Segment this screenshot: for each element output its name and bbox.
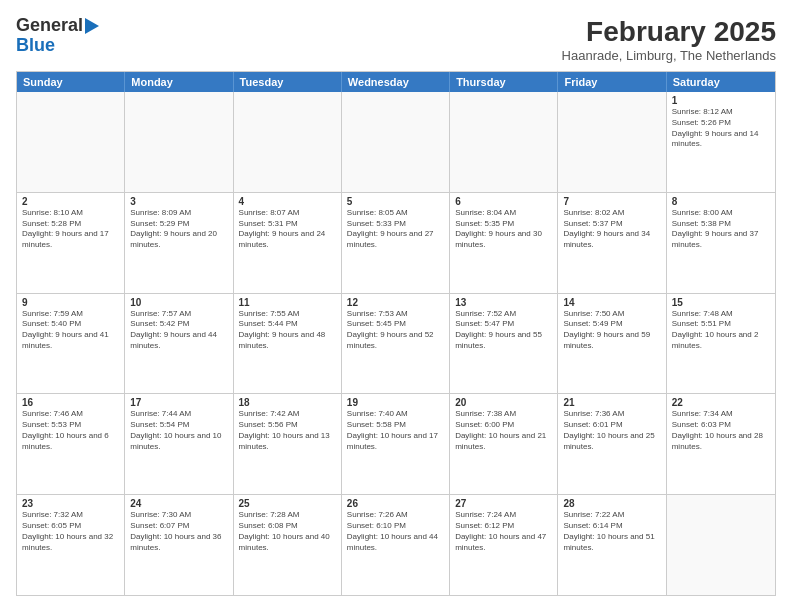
day-number: 11 [239,297,336,308]
day-info: Sunrise: 7:57 AMSunset: 5:42 PMDaylight:… [130,309,227,352]
day-info: Sunrise: 8:05 AMSunset: 5:33 PMDaylight:… [347,208,444,251]
calendar-cell-r2-c5: 14Sunrise: 7:50 AMSunset: 5:49 PMDayligh… [558,294,666,394]
day-number: 5 [347,196,444,207]
day-number: 19 [347,397,444,408]
logo-arrow-icon [85,18,99,34]
day-info: Sunrise: 8:09 AMSunset: 5:29 PMDaylight:… [130,208,227,251]
calendar-cell-r0-c6: 1Sunrise: 8:12 AMSunset: 5:26 PMDaylight… [667,92,775,192]
calendar-cell-r3-c5: 21Sunrise: 7:36 AMSunset: 6:01 PMDayligh… [558,394,666,494]
day-info: Sunrise: 7:32 AMSunset: 6:05 PMDaylight:… [22,510,119,553]
day-info: Sunrise: 7:34 AMSunset: 6:03 PMDaylight:… [672,409,770,452]
day-number: 22 [672,397,770,408]
calendar-row-3: 16Sunrise: 7:46 AMSunset: 5:53 PMDayligh… [17,393,775,494]
day-number: 6 [455,196,552,207]
day-number: 24 [130,498,227,509]
calendar-cell-r1-c0: 2Sunrise: 8:10 AMSunset: 5:28 PMDaylight… [17,193,125,293]
day-info: Sunrise: 8:00 AMSunset: 5:38 PMDaylight:… [672,208,770,251]
calendar-cell-r0-c2 [234,92,342,192]
header-saturday: Saturday [667,72,775,92]
day-info: Sunrise: 7:50 AMSunset: 5:49 PMDaylight:… [563,309,660,352]
calendar-cell-r4-c5: 28Sunrise: 7:22 AMSunset: 6:14 PMDayligh… [558,495,666,595]
day-number: 9 [22,297,119,308]
calendar-cell-r0-c4 [450,92,558,192]
calendar-row-2: 9Sunrise: 7:59 AMSunset: 5:40 PMDaylight… [17,293,775,394]
day-info: Sunrise: 7:30 AMSunset: 6:07 PMDaylight:… [130,510,227,553]
day-number: 8 [672,196,770,207]
day-info: Sunrise: 8:07 AMSunset: 5:31 PMDaylight:… [239,208,336,251]
calendar-cell-r4-c1: 24Sunrise: 7:30 AMSunset: 6:07 PMDayligh… [125,495,233,595]
day-info: Sunrise: 7:28 AMSunset: 6:08 PMDaylight:… [239,510,336,553]
day-number: 14 [563,297,660,308]
calendar-cell-r0-c0 [17,92,125,192]
location-subtitle: Haanrade, Limburg, The Netherlands [562,48,776,63]
header-thursday: Thursday [450,72,558,92]
day-number: 10 [130,297,227,308]
calendar: Sunday Monday Tuesday Wednesday Thursday… [16,71,776,596]
day-info: Sunrise: 7:53 AMSunset: 5:45 PMDaylight:… [347,309,444,352]
calendar-cell-r1-c2: 4Sunrise: 8:07 AMSunset: 5:31 PMDaylight… [234,193,342,293]
day-info: Sunrise: 7:24 AMSunset: 6:12 PMDaylight:… [455,510,552,553]
day-info: Sunrise: 7:48 AMSunset: 5:51 PMDaylight:… [672,309,770,352]
header-monday: Monday [125,72,233,92]
day-info: Sunrise: 7:40 AMSunset: 5:58 PMDaylight:… [347,409,444,452]
calendar-cell-r0-c3 [342,92,450,192]
calendar-header: Sunday Monday Tuesday Wednesday Thursday… [17,72,775,92]
day-number: 26 [347,498,444,509]
calendar-cell-r4-c3: 26Sunrise: 7:26 AMSunset: 6:10 PMDayligh… [342,495,450,595]
calendar-cell-r0-c5 [558,92,666,192]
day-number: 18 [239,397,336,408]
calendar-cell-r4-c2: 25Sunrise: 7:28 AMSunset: 6:08 PMDayligh… [234,495,342,595]
header-tuesday: Tuesday [234,72,342,92]
day-number: 1 [672,95,770,106]
calendar-cell-r1-c4: 6Sunrise: 8:04 AMSunset: 5:35 PMDaylight… [450,193,558,293]
day-number: 25 [239,498,336,509]
header-friday: Friday [558,72,666,92]
calendar-row-0: 1Sunrise: 8:12 AMSunset: 5:26 PMDaylight… [17,92,775,192]
day-number: 20 [455,397,552,408]
calendar-cell-r1-c3: 5Sunrise: 8:05 AMSunset: 5:33 PMDaylight… [342,193,450,293]
day-number: 16 [22,397,119,408]
calendar-cell-r3-c1: 17Sunrise: 7:44 AMSunset: 5:54 PMDayligh… [125,394,233,494]
day-number: 7 [563,196,660,207]
day-number: 23 [22,498,119,509]
day-info: Sunrise: 8:10 AMSunset: 5:28 PMDaylight:… [22,208,119,251]
day-info: Sunrise: 7:42 AMSunset: 5:56 PMDaylight:… [239,409,336,452]
day-info: Sunrise: 7:26 AMSunset: 6:10 PMDaylight:… [347,510,444,553]
day-info: Sunrise: 7:59 AMSunset: 5:40 PMDaylight:… [22,309,119,352]
day-info: Sunrise: 8:04 AMSunset: 5:35 PMDaylight:… [455,208,552,251]
calendar-cell-r1-c1: 3Sunrise: 8:09 AMSunset: 5:29 PMDaylight… [125,193,233,293]
header-sunday: Sunday [17,72,125,92]
calendar-cell-r3-c6: 22Sunrise: 7:34 AMSunset: 6:03 PMDayligh… [667,394,775,494]
day-info: Sunrise: 7:22 AMSunset: 6:14 PMDaylight:… [563,510,660,553]
calendar-cell-r2-c6: 15Sunrise: 7:48 AMSunset: 5:51 PMDayligh… [667,294,775,394]
day-info: Sunrise: 7:52 AMSunset: 5:47 PMDaylight:… [455,309,552,352]
day-info: Sunrise: 8:02 AMSunset: 5:37 PMDaylight:… [563,208,660,251]
calendar-cell-r3-c3: 19Sunrise: 7:40 AMSunset: 5:58 PMDayligh… [342,394,450,494]
day-number: 15 [672,297,770,308]
calendar-cell-r3-c0: 16Sunrise: 7:46 AMSunset: 5:53 PMDayligh… [17,394,125,494]
day-info: Sunrise: 7:55 AMSunset: 5:44 PMDaylight:… [239,309,336,352]
calendar-cell-r2-c4: 13Sunrise: 7:52 AMSunset: 5:47 PMDayligh… [450,294,558,394]
header: General Blue February 2025 Haanrade, Lim… [16,16,776,63]
day-number: 3 [130,196,227,207]
day-number: 13 [455,297,552,308]
calendar-row-1: 2Sunrise: 8:10 AMSunset: 5:28 PMDaylight… [17,192,775,293]
calendar-cell-r4-c6 [667,495,775,595]
calendar-cell-r3-c2: 18Sunrise: 7:42 AMSunset: 5:56 PMDayligh… [234,394,342,494]
day-number: 21 [563,397,660,408]
day-info: Sunrise: 7:44 AMSunset: 5:54 PMDaylight:… [130,409,227,452]
day-info: Sunrise: 7:36 AMSunset: 6:01 PMDaylight:… [563,409,660,452]
logo-text-general: General [16,16,99,36]
title-block: February 2025 Haanrade, Limburg, The Net… [562,16,776,63]
day-number: 27 [455,498,552,509]
day-number: 2 [22,196,119,207]
calendar-body: 1Sunrise: 8:12 AMSunset: 5:26 PMDaylight… [17,92,775,595]
calendar-row-4: 23Sunrise: 7:32 AMSunset: 6:05 PMDayligh… [17,494,775,595]
day-info: Sunrise: 7:46 AMSunset: 5:53 PMDaylight:… [22,409,119,452]
header-wednesday: Wednesday [342,72,450,92]
calendar-cell-r4-c0: 23Sunrise: 7:32 AMSunset: 6:05 PMDayligh… [17,495,125,595]
day-info: Sunrise: 8:12 AMSunset: 5:26 PMDaylight:… [672,107,770,150]
calendar-cell-r2-c0: 9Sunrise: 7:59 AMSunset: 5:40 PMDaylight… [17,294,125,394]
day-number: 28 [563,498,660,509]
calendar-cell-r4-c4: 27Sunrise: 7:24 AMSunset: 6:12 PMDayligh… [450,495,558,595]
